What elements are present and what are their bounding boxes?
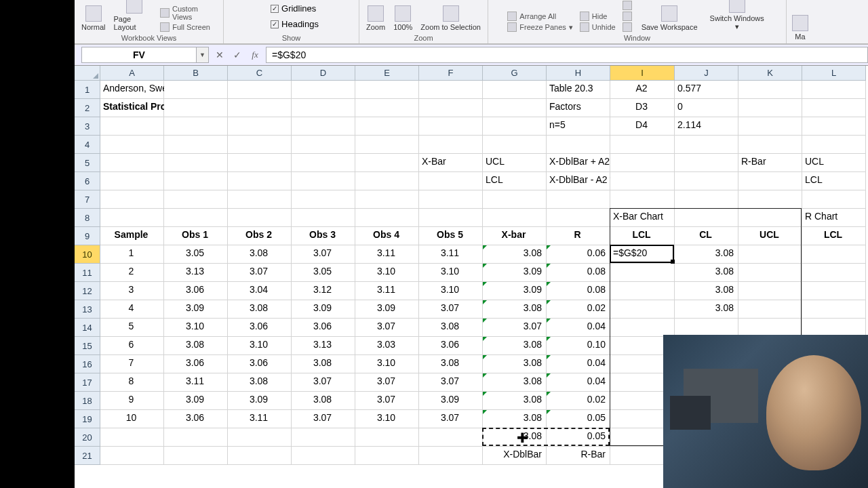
cell[interactable]: Anderson, Sweeney & Williams | Statistic… [100,81,164,99]
cell[interactable]: n=5 [547,117,610,136]
cell[interactable] [419,190,483,209]
reset-pos-button[interactable] [623,22,632,33]
cell[interactable]: Obs 4 [355,227,419,245]
cell[interactable]: 3.05 [164,245,228,264]
custom-views-button[interactable]: Custom Views [160,4,219,22]
col-header-D[interactable]: D [292,66,355,81]
cell[interactable]: 1 [100,245,164,264]
cell[interactable]: 3.08 [483,355,547,373]
cell[interactable] [228,117,292,136]
col-header-G[interactable]: G [483,66,547,81]
cell[interactable] [228,209,292,227]
cell[interactable] [355,154,419,172]
cell[interactable]: 0.04 [547,355,610,373]
cell[interactable]: X-bar [483,227,547,245]
select-all-button[interactable] [75,66,100,81]
row-header-16[interactable]: 16 [75,355,100,373]
cell[interactable] [228,190,292,209]
cell[interactable] [738,99,802,117]
cell[interactable] [164,209,228,227]
cell[interactable]: 3.08 [483,300,547,319]
cell[interactable]: 3.08 [228,300,292,319]
side-by-side-button[interactable] [623,0,632,11]
cell[interactable]: 3.09 [164,392,228,410]
row-header-21[interactable]: 21 [75,447,100,465]
cell[interactable]: 3.06 [164,410,228,428]
name-box[interactable]: FV [81,47,197,63]
cell[interactable]: 3.06 [419,337,483,355]
cell[interactable] [228,136,292,154]
cell[interactable] [419,209,483,227]
cell[interactable] [802,117,866,136]
cell[interactable] [419,99,483,117]
cell[interactable]: 3.11 [355,245,419,264]
cell[interactable] [292,447,355,465]
cell[interactable]: 3.09 [292,300,355,319]
cell[interactable]: 3.11 [419,245,483,264]
cell[interactable]: 3.08 [419,355,483,373]
cell[interactable]: 0 [675,99,738,117]
hide-button[interactable]: Hide [580,11,616,22]
cell[interactable] [610,319,675,337]
cell[interactable]: R-Bar [738,154,802,172]
cell[interactable]: 3.04 [228,282,292,300]
cell[interactable] [738,190,802,209]
cell[interactable]: Sample [100,227,164,245]
cell[interactable] [419,136,483,154]
cell[interactable] [164,190,228,209]
name-box-dropdown[interactable]: ▼ [197,47,209,63]
cell[interactable] [228,154,292,172]
cell[interactable]: 3.10 [419,282,483,300]
cell[interactable]: 3.08 [675,300,738,319]
cell[interactable]: Statistical Process Control: X-Bar and R… [100,99,164,117]
cell[interactable] [738,282,802,300]
cell[interactable]: Obs 2 [228,227,292,245]
cell[interactable]: 3.07 [483,319,547,337]
col-header-H[interactable]: H [547,66,610,81]
cell[interactable] [419,428,483,447]
fx-button[interactable]: fx [248,48,262,62]
cell[interactable] [292,209,355,227]
cell[interactable]: 0.05 [547,410,610,428]
cell[interactable]: 3.11 [164,373,228,392]
cell[interactable]: =$G$20 [610,245,675,264]
row-header-8[interactable]: 8 [75,209,100,227]
cell[interactable] [355,428,419,447]
cell[interactable] [802,245,866,264]
cell[interactable] [610,136,675,154]
cell[interactable]: 3.07 [355,319,419,337]
cell[interactable]: UCL [483,154,547,172]
cell[interactable] [483,190,547,209]
cell[interactable]: 0.08 [547,282,610,300]
cell[interactable] [802,81,866,99]
row-header-13[interactable]: 13 [75,300,100,319]
cell[interactable] [228,99,292,117]
zoom-100-button[interactable]: 100% [391,4,415,33]
cell[interactable] [483,81,547,99]
row-header-17[interactable]: 17 [75,373,100,392]
cell[interactable] [164,117,228,136]
cell[interactable]: 3.08 [675,282,738,300]
cell[interactable]: 0.02 [547,392,610,410]
cell[interactable]: 3.07 [228,264,292,282]
cell[interactable] [610,190,675,209]
cell[interactable]: Obs 3 [292,227,355,245]
formula-input[interactable]: =$G$20 [266,47,868,63]
cell[interactable] [802,190,866,209]
cell[interactable]: LCL [802,172,866,190]
cell[interactable] [610,264,675,282]
cell[interactable] [228,81,292,99]
cell[interactable] [738,245,802,264]
cell[interactable] [355,117,419,136]
cell[interactable] [738,319,802,337]
cell[interactable]: X-Bar [419,154,483,172]
cell[interactable] [355,136,419,154]
cell[interactable]: 3.06 [164,282,228,300]
cell[interactable]: UCL [738,227,802,245]
cell[interactable]: R [547,227,610,245]
cell[interactable]: 4 [100,300,164,319]
cell[interactable]: X-DblBar - A2 * R-Bar [547,172,610,190]
cell[interactable]: 3.08 [292,355,355,373]
cell[interactable]: 3.09 [483,282,547,300]
cell[interactable]: 3.12 [292,282,355,300]
